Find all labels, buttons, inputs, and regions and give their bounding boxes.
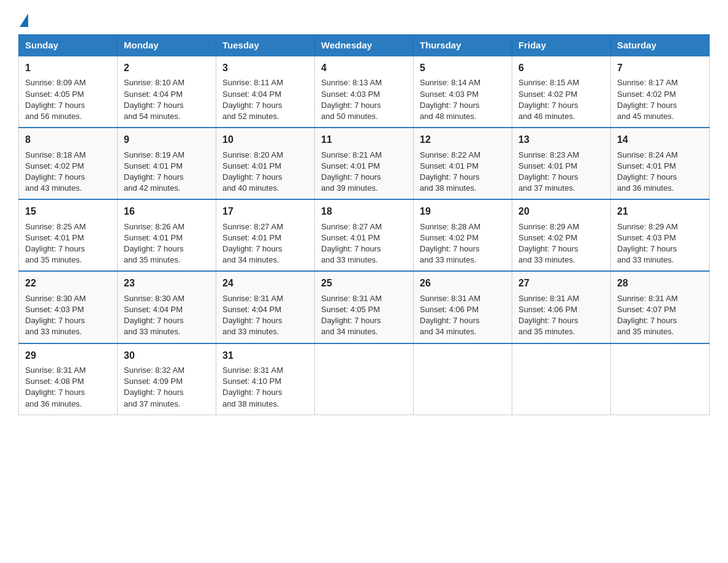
day-info: Sunrise: 8:31 AMSunset: 4:06 PMDaylight:… [518, 293, 604, 338]
calendar-cell: 23Sunrise: 8:30 AMSunset: 4:04 PMDayligh… [118, 271, 216, 343]
calendar-cell: 8Sunrise: 8:18 AMSunset: 4:02 PMDaylight… [19, 128, 118, 199]
day-info: Sunrise: 8:23 AMSunset: 4:01 PMDaylight:… [518, 150, 604, 194]
day-info: Sunrise: 8:18 AMSunset: 4:02 PMDaylight:… [25, 150, 111, 194]
day-info: Sunrise: 8:28 AMSunset: 4:02 PMDaylight:… [420, 221, 506, 266]
calendar-cell: 25Sunrise: 8:31 AMSunset: 4:05 PMDayligh… [315, 271, 414, 343]
day-info: Sunrise: 8:27 AMSunset: 4:01 PMDaylight:… [321, 221, 407, 266]
calendar-cell: 26Sunrise: 8:31 AMSunset: 4:06 PMDayligh… [414, 271, 512, 343]
day-info: Sunrise: 8:21 AMSunset: 4:01 PMDaylight:… [321, 150, 407, 194]
day-info: Sunrise: 8:31 AMSunset: 4:05 PMDaylight:… [321, 293, 407, 338]
day-info: Sunrise: 8:14 AMSunset: 4:03 PMDaylight:… [420, 77, 506, 122]
calendar-cell: 19Sunrise: 8:28 AMSunset: 4:02 PMDayligh… [414, 199, 512, 271]
calendar-cell: 27Sunrise: 8:31 AMSunset: 4:06 PMDayligh… [512, 271, 611, 343]
calendar-cell: 9Sunrise: 8:19 AMSunset: 4:01 PMDaylight… [118, 128, 216, 199]
day-info: Sunrise: 8:24 AMSunset: 4:01 PMDaylight:… [617, 150, 703, 194]
day-info: Sunrise: 8:31 AMSunset: 4:10 PMDaylight:… [222, 365, 308, 410]
calendar-cell: 29Sunrise: 8:31 AMSunset: 4:08 PMDayligh… [19, 343, 118, 415]
calendar-cell: 17Sunrise: 8:27 AMSunset: 4:01 PMDayligh… [216, 199, 315, 271]
page-header [18, 12, 710, 22]
calendar-cell [611, 343, 710, 415]
day-number: 30 [124, 349, 210, 362]
day-number: 9 [124, 133, 210, 147]
day-info: Sunrise: 8:31 AMSunset: 4:04 PMDaylight:… [222, 293, 308, 338]
day-number: 15 [25, 205, 111, 218]
calendar-cell: 11Sunrise: 8:21 AMSunset: 4:01 PMDayligh… [315, 128, 414, 199]
calendar-cell: 20Sunrise: 8:29 AMSunset: 4:02 PMDayligh… [512, 199, 611, 271]
calendar-cell [512, 343, 611, 415]
calendar-cell: 18Sunrise: 8:27 AMSunset: 4:01 PMDayligh… [315, 199, 414, 271]
day-number: 6 [518, 61, 604, 75]
day-number: 13 [518, 133, 604, 147]
calendar-cell: 2Sunrise: 8:10 AMSunset: 4:04 PMDaylight… [118, 56, 216, 128]
calendar-cell: 31Sunrise: 8:31 AMSunset: 4:10 PMDayligh… [216, 343, 315, 415]
day-number: 27 [518, 277, 604, 290]
calendar-cell: 12Sunrise: 8:22 AMSunset: 4:01 PMDayligh… [414, 128, 512, 199]
day-number: 20 [518, 205, 604, 218]
day-number: 24 [222, 277, 308, 290]
day-number: 7 [617, 61, 703, 75]
day-info: Sunrise: 8:09 AMSunset: 4:05 PMDaylight:… [25, 77, 111, 122]
calendar-cell: 16Sunrise: 8:26 AMSunset: 4:01 PMDayligh… [118, 199, 216, 271]
day-number: 26 [420, 277, 506, 290]
weekday-header-saturday: Saturday [611, 35, 710, 56]
weekday-header-monday: Monday [118, 35, 216, 56]
day-number: 25 [321, 277, 407, 290]
day-info: Sunrise: 8:19 AMSunset: 4:01 PMDaylight:… [124, 150, 210, 194]
calendar-week-row: 29Sunrise: 8:31 AMSunset: 4:08 PMDayligh… [19, 343, 710, 415]
day-info: Sunrise: 8:29 AMSunset: 4:02 PMDaylight:… [518, 221, 604, 266]
day-number: 16 [124, 205, 210, 218]
day-info: Sunrise: 8:15 AMSunset: 4:02 PMDaylight:… [518, 77, 604, 122]
day-info: Sunrise: 8:22 AMSunset: 4:01 PMDaylight:… [420, 150, 506, 194]
day-number: 10 [222, 133, 308, 147]
day-info: Sunrise: 8:27 AMSunset: 4:01 PMDaylight:… [222, 221, 308, 266]
day-number: 14 [617, 133, 703, 147]
day-info: Sunrise: 8:31 AMSunset: 4:07 PMDaylight:… [617, 293, 703, 338]
day-info: Sunrise: 8:13 AMSunset: 4:03 PMDaylight:… [321, 77, 407, 122]
day-info: Sunrise: 8:17 AMSunset: 4:02 PMDaylight:… [617, 77, 703, 122]
day-number: 17 [222, 205, 308, 218]
day-number: 18 [321, 205, 407, 218]
calendar-cell [315, 343, 414, 415]
day-number: 4 [321, 61, 407, 75]
calendar-table: SundayMondayTuesdayWednesdayThursdayFrid… [18, 34, 710, 415]
day-info: Sunrise: 8:30 AMSunset: 4:03 PMDaylight:… [25, 293, 111, 338]
weekday-header-friday: Friday [512, 35, 611, 56]
day-number: 3 [222, 61, 308, 75]
calendar-cell: 10Sunrise: 8:20 AMSunset: 4:01 PMDayligh… [216, 128, 315, 199]
logo [18, 12, 28, 22]
day-number: 1 [25, 61, 111, 75]
day-number: 2 [124, 61, 210, 75]
weekday-header-tuesday: Tuesday [216, 35, 315, 56]
day-info: Sunrise: 8:26 AMSunset: 4:01 PMDaylight:… [124, 221, 210, 266]
weekday-header-sunday: Sunday [19, 35, 118, 56]
day-info: Sunrise: 8:32 AMSunset: 4:09 PMDaylight:… [124, 365, 210, 410]
day-number: 19 [420, 205, 506, 218]
day-number: 23 [124, 277, 210, 290]
day-number: 21 [617, 205, 703, 218]
day-info: Sunrise: 8:30 AMSunset: 4:04 PMDaylight:… [124, 293, 210, 338]
calendar-week-row: 22Sunrise: 8:30 AMSunset: 4:03 PMDayligh… [19, 271, 710, 343]
calendar-cell: 28Sunrise: 8:31 AMSunset: 4:07 PMDayligh… [611, 271, 710, 343]
day-info: Sunrise: 8:10 AMSunset: 4:04 PMDaylight:… [124, 77, 210, 122]
day-info: Sunrise: 8:29 AMSunset: 4:03 PMDaylight:… [617, 221, 703, 266]
calendar-cell: 6Sunrise: 8:15 AMSunset: 4:02 PMDaylight… [512, 56, 611, 128]
calendar-cell [414, 343, 512, 415]
calendar-week-row: 1Sunrise: 8:09 AMSunset: 4:05 PMDaylight… [19, 56, 710, 128]
calendar-cell: 3Sunrise: 8:11 AMSunset: 4:04 PMDaylight… [216, 56, 315, 128]
calendar-cell: 14Sunrise: 8:24 AMSunset: 4:01 PMDayligh… [611, 128, 710, 199]
calendar-cell: 24Sunrise: 8:31 AMSunset: 4:04 PMDayligh… [216, 271, 315, 343]
calendar-cell: 7Sunrise: 8:17 AMSunset: 4:02 PMDaylight… [611, 56, 710, 128]
day-number: 22 [25, 277, 111, 290]
day-info: Sunrise: 8:31 AMSunset: 4:06 PMDaylight:… [420, 293, 506, 338]
day-number: 5 [420, 61, 506, 75]
day-number: 12 [420, 133, 506, 147]
day-number: 31 [222, 349, 308, 362]
day-info: Sunrise: 8:11 AMSunset: 4:04 PMDaylight:… [222, 77, 308, 122]
calendar-week-row: 15Sunrise: 8:25 AMSunset: 4:01 PMDayligh… [19, 199, 710, 271]
calendar-cell: 21Sunrise: 8:29 AMSunset: 4:03 PMDayligh… [611, 199, 710, 271]
calendar-cell: 13Sunrise: 8:23 AMSunset: 4:01 PMDayligh… [512, 128, 611, 199]
day-number: 8 [25, 133, 111, 147]
calendar-cell: 15Sunrise: 8:25 AMSunset: 4:01 PMDayligh… [19, 199, 118, 271]
calendar-cell: 22Sunrise: 8:30 AMSunset: 4:03 PMDayligh… [19, 271, 118, 343]
calendar-cell: 5Sunrise: 8:14 AMSunset: 4:03 PMDaylight… [414, 56, 512, 128]
